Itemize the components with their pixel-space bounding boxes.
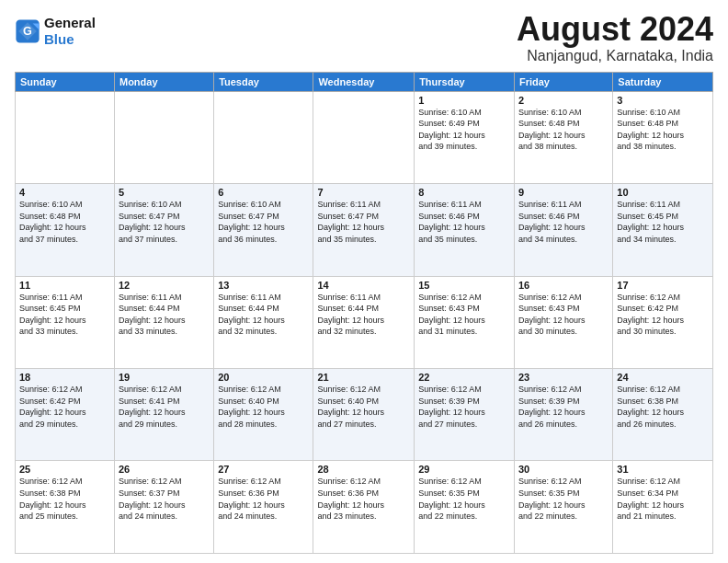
day-number: 3	[617, 95, 709, 106]
day-cell: 17Sunrise: 6:12 AMSunset: 6:42 PMDayligh…	[613, 276, 713, 368]
day-cell	[313, 91, 415, 183]
day-number: 7	[317, 187, 410, 198]
page: G General Blue August 2024 Nanjangud, Ka…	[0, 0, 728, 563]
day-cell: 11Sunrise: 6:11 AMSunset: 6:45 PMDayligh…	[16, 276, 115, 368]
day-cell: 14Sunrise: 6:11 AMSunset: 6:44 PMDayligh…	[313, 276, 415, 368]
day-cell	[214, 91, 313, 183]
day-cell: 29Sunrise: 6:12 AMSunset: 6:35 PMDayligh…	[415, 461, 515, 554]
col-monday: Monday	[114, 72, 213, 91]
day-cell: 30Sunrise: 6:12 AMSunset: 6:35 PMDayligh…	[514, 461, 612, 554]
day-info: Sunrise: 6:12 AMSunset: 6:36 PMDaylight:…	[218, 476, 309, 522]
day-cell	[114, 91, 213, 183]
day-number: 17	[617, 280, 709, 291]
day-number: 28	[317, 464, 410, 475]
day-number: 23	[518, 372, 609, 383]
day-cell: 9Sunrise: 6:11 AMSunset: 6:46 PMDaylight…	[514, 184, 612, 276]
day-info: Sunrise: 6:11 AMSunset: 6:46 PMDaylight:…	[418, 199, 510, 245]
day-info: Sunrise: 6:12 AMSunset: 6:35 PMDaylight:…	[518, 476, 609, 522]
day-info: Sunrise: 6:10 AMSunset: 6:48 PMDaylight:…	[19, 199, 110, 245]
title-block: August 2024 Nanjangud, Karnataka, India	[517, 11, 713, 64]
day-info: Sunrise: 6:12 AMSunset: 6:36 PMDaylight:…	[317, 476, 410, 522]
day-number: 25	[19, 464, 110, 475]
day-info: Sunrise: 6:12 AMSunset: 6:43 PMDaylight:…	[418, 292, 510, 338]
day-cell: 6Sunrise: 6:10 AMSunset: 6:47 PMDaylight…	[214, 184, 313, 276]
day-number: 30	[518, 464, 609, 475]
day-info: Sunrise: 6:12 AMSunset: 6:34 PMDaylight:…	[617, 476, 709, 522]
day-number: 11	[19, 280, 110, 291]
day-cell	[16, 91, 115, 183]
week-row-0: 1Sunrise: 6:10 AMSunset: 6:49 PMDaylight…	[16, 91, 713, 183]
day-info: Sunrise: 6:11 AMSunset: 6:45 PMDaylight:…	[19, 292, 110, 338]
week-row-3: 18Sunrise: 6:12 AMSunset: 6:42 PMDayligh…	[16, 369, 713, 461]
day-cell: 10Sunrise: 6:11 AMSunset: 6:45 PMDayligh…	[613, 184, 713, 276]
day-info: Sunrise: 6:12 AMSunset: 6:38 PMDaylight:…	[19, 476, 110, 522]
day-number: 24	[617, 372, 709, 383]
day-cell: 7Sunrise: 6:11 AMSunset: 6:47 PMDaylight…	[313, 184, 415, 276]
col-friday: Friday	[514, 72, 612, 91]
col-sunday: Sunday	[16, 72, 115, 91]
day-cell: 22Sunrise: 6:12 AMSunset: 6:39 PMDayligh…	[415, 369, 515, 461]
day-info: Sunrise: 6:12 AMSunset: 6:43 PMDaylight:…	[518, 292, 609, 338]
day-info: Sunrise: 6:11 AMSunset: 6:45 PMDaylight:…	[617, 199, 709, 245]
day-cell: 31Sunrise: 6:12 AMSunset: 6:34 PMDayligh…	[613, 461, 713, 554]
day-cell: 20Sunrise: 6:12 AMSunset: 6:40 PMDayligh…	[214, 369, 313, 461]
day-number: 27	[218, 464, 309, 475]
day-number: 5	[119, 187, 210, 198]
day-info: Sunrise: 6:11 AMSunset: 6:46 PMDaylight:…	[518, 199, 609, 245]
day-info: Sunrise: 6:10 AMSunset: 6:49 PMDaylight:…	[418, 107, 510, 153]
week-row-2: 11Sunrise: 6:11 AMSunset: 6:45 PMDayligh…	[16, 276, 713, 368]
day-info: Sunrise: 6:12 AMSunset: 6:41 PMDaylight:…	[119, 384, 210, 430]
logo-line2: Blue	[44, 31, 74, 47]
day-number: 18	[19, 372, 110, 383]
day-info: Sunrise: 6:12 AMSunset: 6:37 PMDaylight:…	[119, 476, 210, 522]
day-cell: 23Sunrise: 6:12 AMSunset: 6:39 PMDayligh…	[514, 369, 612, 461]
day-info: Sunrise: 6:12 AMSunset: 6:39 PMDaylight:…	[418, 384, 510, 430]
week-row-4: 25Sunrise: 6:12 AMSunset: 6:38 PMDayligh…	[16, 461, 713, 554]
day-cell: 1Sunrise: 6:10 AMSunset: 6:49 PMDaylight…	[415, 91, 515, 183]
day-cell: 25Sunrise: 6:12 AMSunset: 6:38 PMDayligh…	[16, 461, 115, 554]
col-wednesday: Wednesday	[313, 72, 415, 91]
day-cell: 2Sunrise: 6:10 AMSunset: 6:48 PMDaylight…	[514, 91, 612, 183]
day-number: 22	[418, 372, 510, 383]
day-number: 13	[218, 280, 309, 291]
day-info: Sunrise: 6:12 AMSunset: 6:35 PMDaylight:…	[418, 476, 510, 522]
logo: G General Blue	[15, 15, 96, 48]
day-cell: 12Sunrise: 6:11 AMSunset: 6:44 PMDayligh…	[114, 276, 213, 368]
day-cell: 8Sunrise: 6:11 AMSunset: 6:46 PMDaylight…	[415, 184, 515, 276]
day-number: 1	[418, 95, 510, 106]
day-cell: 5Sunrise: 6:10 AMSunset: 6:47 PMDaylight…	[114, 184, 213, 276]
header: G General Blue August 2024 Nanjangud, Ka…	[15, 11, 713, 64]
logo-icon: G	[15, 18, 40, 44]
day-number: 29	[418, 464, 510, 475]
day-cell: 26Sunrise: 6:12 AMSunset: 6:37 PMDayligh…	[114, 461, 213, 554]
day-number: 14	[317, 280, 410, 291]
day-info: Sunrise: 6:12 AMSunset: 6:38 PMDaylight:…	[617, 384, 709, 430]
day-info: Sunrise: 6:12 AMSunset: 6:42 PMDaylight:…	[617, 292, 709, 338]
day-info: Sunrise: 6:12 AMSunset: 6:39 PMDaylight:…	[518, 384, 609, 430]
day-cell: 4Sunrise: 6:10 AMSunset: 6:48 PMDaylight…	[16, 184, 115, 276]
day-number: 10	[617, 187, 709, 198]
day-number: 31	[617, 464, 709, 475]
day-info: Sunrise: 6:11 AMSunset: 6:47 PMDaylight:…	[317, 199, 410, 245]
day-number: 15	[418, 280, 510, 291]
day-info: Sunrise: 6:12 AMSunset: 6:42 PMDaylight:…	[19, 384, 110, 430]
col-thursday: Thursday	[415, 72, 515, 91]
day-info: Sunrise: 6:10 AMSunset: 6:48 PMDaylight:…	[617, 107, 709, 153]
day-number: 9	[518, 187, 609, 198]
day-cell: 18Sunrise: 6:12 AMSunset: 6:42 PMDayligh…	[16, 369, 115, 461]
week-row-1: 4Sunrise: 6:10 AMSunset: 6:48 PMDaylight…	[16, 184, 713, 276]
day-number: 26	[119, 464, 210, 475]
day-number: 4	[19, 187, 110, 198]
calendar-table: Sunday Monday Tuesday Wednesday Thursday…	[15, 72, 713, 554]
day-number: 19	[119, 372, 210, 383]
col-saturday: Saturday	[613, 72, 713, 91]
day-cell: 19Sunrise: 6:12 AMSunset: 6:41 PMDayligh…	[114, 369, 213, 461]
day-cell: 24Sunrise: 6:12 AMSunset: 6:38 PMDayligh…	[613, 369, 713, 461]
day-cell: 3Sunrise: 6:10 AMSunset: 6:48 PMDaylight…	[613, 91, 713, 183]
day-cell: 21Sunrise: 6:12 AMSunset: 6:40 PMDayligh…	[313, 369, 415, 461]
day-cell: 13Sunrise: 6:11 AMSunset: 6:44 PMDayligh…	[214, 276, 313, 368]
logo-text: General Blue	[44, 15, 96, 48]
day-number: 6	[218, 187, 309, 198]
col-tuesday: Tuesday	[214, 72, 313, 91]
day-cell: 16Sunrise: 6:12 AMSunset: 6:43 PMDayligh…	[514, 276, 612, 368]
